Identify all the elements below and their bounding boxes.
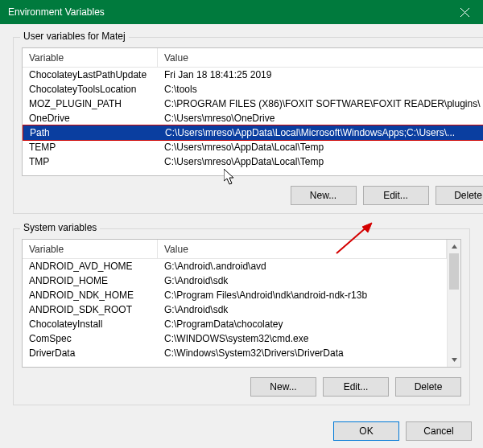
user-edit-button[interactable]: Edit... [363, 186, 429, 205]
system-edit-button[interactable]: Edit... [323, 377, 389, 397]
scroll-thumb[interactable] [449, 253, 459, 290]
cell-value: Fri Jan 18 18:41:25 2019 [158, 69, 483, 80]
cell-variable: ChocolateyToolsLocation [23, 84, 158, 95]
col-header-value[interactable]: Value [158, 240, 447, 258]
cell-variable: MOZ_PLUGIN_PATH [23, 98, 158, 109]
cell-variable: OneDrive [23, 113, 158, 124]
table-row[interactable]: ANDROID_SDK_ROOTG:\Android\sdk [23, 302, 447, 317]
table-row[interactable]: ChocolateyToolsLocationC:\tools [23, 82, 483, 97]
dialog-buttons: OK Cancel [0, 413, 483, 441]
cell-value: C:\Users\mreso\AppData\Local\Temp [158, 156, 483, 167]
scroll-down-icon[interactable] [448, 353, 461, 367]
cell-variable: ComSpec [23, 333, 158, 344]
system-delete-button[interactable]: Delete [395, 377, 461, 397]
cell-variable: Path [23, 127, 159, 138]
table-row[interactable]: TMPC:\Users\mreso\AppData\Local\Temp [23, 154, 483, 169]
system-variables-list[interactable]: Variable Value ANDROID_AVD_HOMEG:\Androi… [22, 239, 461, 368]
table-row[interactable]: DriverDataC:\Windows\System32\Drivers\Dr… [23, 346, 447, 360]
system-new-button[interactable]: New... [250, 377, 316, 397]
table-row[interactable]: ANDROID_NDK_HOMEC:\Program Files\Android… [23, 288, 447, 302]
cell-variable: TEMP [23, 142, 158, 153]
cell-value: C:\Users\mreso\AppData\Local\Temp [158, 142, 483, 153]
user-variables-label: User variables for Matej [20, 31, 129, 42]
table-row[interactable]: TEMPC:\Users\mreso\AppData\Local\Temp [23, 140, 483, 154]
titlebar: Environment Variables [0, 0, 483, 24]
table-row[interactable]: PathC:\Users\mreso\AppData\Local\Microso… [23, 125, 483, 141]
list-header: Variable Value [23, 48, 483, 68]
col-header-variable[interactable]: Variable [23, 240, 158, 258]
cell-value: G:\Android\sdk [158, 304, 447, 315]
user-variables-rows: ChocolateyLastPathUpdateFri Jan 18 18:41… [23, 68, 483, 169]
system-variables-group: System variables Variable Value ANDROID_… [13, 228, 470, 405]
close-button[interactable] [447, 0, 483, 24]
table-row[interactable]: OneDriveC:\Users\mreso\OneDrive [23, 111, 483, 125]
user-new-button[interactable]: New... [291, 186, 357, 205]
scroll-track[interactable] [448, 253, 460, 353]
system-vars-buttons: New... Edit... Delete [22, 377, 461, 397]
user-delete-button[interactable]: Delete [436, 186, 483, 205]
cell-variable: ANDROID_HOME [23, 275, 158, 286]
svg-marker-5 [452, 358, 457, 362]
cell-variable: TMP [23, 156, 158, 167]
window-title: Environment Variables [8, 6, 105, 18]
cell-variable: ANDROID_SDK_ROOT [23, 304, 158, 315]
cell-variable: ChocolateyLastPathUpdate [23, 69, 158, 80]
cell-value: G:\Android\.android\avd [158, 261, 447, 272]
cell-value: C:\Windows\System32\Drivers\DriverData [158, 347, 447, 359]
cell-value: C:\Users\mreso\OneDrive [158, 113, 483, 124]
user-variables-group: User variables for Matej Variable Value … [13, 37, 483, 214]
cell-value: C:\Users\mreso\AppData\Local\Microsoft\W… [159, 127, 483, 138]
table-row[interactable]: ChocolateyInstallC:\ProgramData\chocolat… [23, 317, 447, 331]
scroll-up-icon[interactable] [448, 240, 461, 253]
cell-variable: DriverData [23, 347, 158, 359]
user-vars-buttons: New... Edit... Delete [22, 186, 483, 205]
cell-value: C:\tools [158, 84, 483, 95]
table-row[interactable]: MOZ_PLUGIN_PATHC:\PROGRAM FILES (X86)\FO… [23, 97, 483, 111]
svg-marker-4 [452, 245, 457, 249]
cell-variable: ANDROID_NDK_HOME [23, 290, 158, 301]
cell-value: C:\Program Files\Android\ndk\android-ndk… [158, 290, 447, 301]
close-icon [460, 8, 469, 17]
table-row[interactable]: ComSpecC:\WINDOWS\system32\cmd.exe [23, 331, 447, 346]
system-variables-label: System variables [20, 222, 100, 233]
cell-value: C:\PROGRAM FILES (X86)\FOXIT SOFTWARE\FO… [158, 98, 483, 109]
table-row[interactable]: ChocolateyLastPathUpdateFri Jan 18 18:41… [23, 68, 483, 82]
system-variables-rows: ANDROID_AVD_HOMEG:\Android\.android\avdA… [23, 259, 447, 360]
cancel-button[interactable]: Cancel [406, 421, 472, 441]
col-header-value[interactable]: Value [158, 48, 483, 67]
col-header-variable[interactable]: Variable [23, 48, 158, 67]
ok-button[interactable]: OK [333, 421, 399, 441]
table-row[interactable]: ANDROID_AVD_HOMEG:\Android\.android\avd [23, 259, 447, 273]
cell-variable: ChocolateyInstall [23, 319, 158, 330]
cell-value: C:\ProgramData\chocolatey [158, 319, 447, 330]
cell-value: C:\WINDOWS\system32\cmd.exe [158, 333, 447, 344]
cell-value: G:\Android\sdk [158, 275, 447, 286]
table-row[interactable]: ANDROID_HOMEG:\Android\sdk [23, 273, 447, 288]
list-header: Variable Value [23, 240, 447, 259]
user-variables-list[interactable]: Variable Value ChocolateyLastPathUpdateF… [22, 47, 483, 176]
cell-variable: ANDROID_AVD_HOME [23, 261, 158, 272]
system-vars-scrollbar[interactable] [447, 240, 460, 367]
